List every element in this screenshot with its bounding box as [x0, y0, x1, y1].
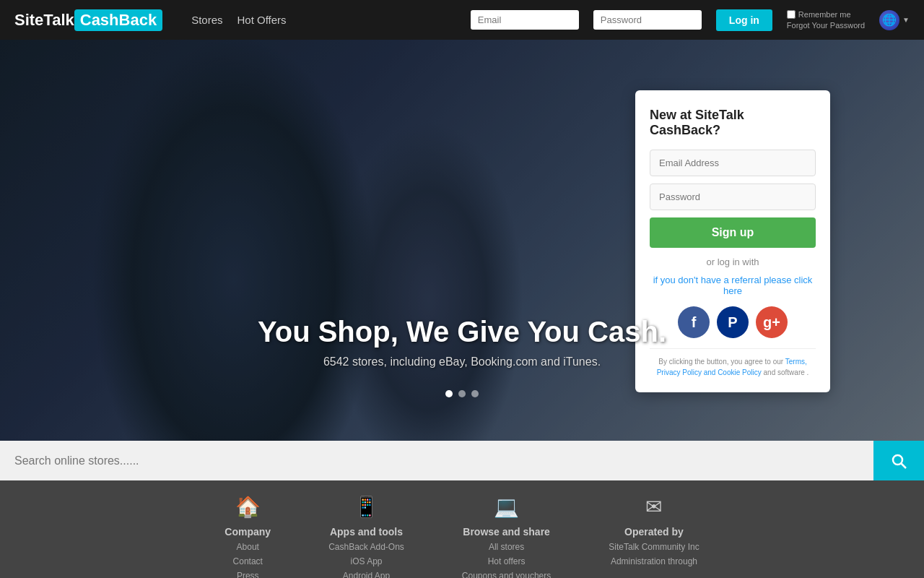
- mail-icon: ✉: [645, 495, 662, 519]
- tablet-icon: 💻: [494, 495, 519, 519]
- nav-links: Stores Hot Offers: [191, 14, 286, 26]
- logo-sitetalk: SiteTalk: [14, 11, 74, 30]
- footer-columns: 🏠 Company About Contact Press Blog 📱 App…: [225, 495, 699, 578]
- footer-col-browse: 💻 Browse and share All stores Hot offers…: [462, 495, 551, 578]
- forgot-password-link[interactable]: Forgot Your Password: [787, 21, 865, 30]
- signup-button[interactable]: Sign up: [650, 217, 816, 248]
- registration-title: New at SiteTalk CashBack?: [650, 108, 816, 138]
- hero-text: You Shop, We Give You Cash. 6542 stores,…: [0, 316, 924, 368]
- dot-1[interactable]: [445, 390, 453, 397]
- language-flag: 🌐: [879, 10, 899, 30]
- search-bar: [0, 441, 924, 480]
- footer-coupons-link[interactable]: Coupons and vouchers: [462, 571, 551, 578]
- language-selector[interactable]: 🌐 ▼: [879, 10, 910, 30]
- footer-apps-title: Apps and tools: [330, 526, 403, 538]
- password-input[interactable]: [593, 10, 702, 30]
- search-icon: [890, 452, 907, 470]
- hero-subtext: 6542 stores, including eBay, Booking.com…: [0, 355, 924, 368]
- footer-col-operated: ✉ Operated by SiteTalk Community Inc Adm…: [609, 495, 699, 578]
- footer-browse-title: Browse and share: [463, 526, 550, 538]
- login-button[interactable]: Log in: [716, 9, 772, 31]
- logo[interactable]: SiteTalk CashBack: [14, 9, 162, 31]
- footer-android-link[interactable]: Android App: [343, 571, 390, 578]
- footer-hotoffers-link[interactable]: Hot offers: [488, 556, 526, 566]
- chevron-down-icon: ▼: [902, 16, 910, 24]
- hero-dots: [0, 390, 924, 397]
- svg-line-1: [902, 463, 907, 468]
- footer-col-apps: 📱 Apps and tools CashBack Add-Ons iOS Ap…: [328, 495, 404, 578]
- footer-contact-link[interactable]: Contact: [233, 556, 263, 566]
- svg-point-0: [893, 455, 902, 465]
- footer-sitetalk-link[interactable]: SiteTalk Community Inc: [609, 542, 699, 552]
- footer-ios-link[interactable]: iOS App: [350, 556, 382, 566]
- hero-headline: You Shop, We Give You Cash.: [0, 316, 924, 348]
- footer-allstores-link[interactable]: All stores: [489, 542, 524, 552]
- nav-hot-offers[interactable]: Hot Offers: [237, 14, 287, 26]
- footer-col-company: 🏠 Company About Contact Press Blog: [225, 495, 271, 578]
- reg-password-input[interactable]: [650, 184, 816, 210]
- search-input[interactable]: [0, 441, 873, 480]
- reg-email-input[interactable]: [650, 150, 816, 176]
- remember-me-label: Remember me: [798, 10, 851, 19]
- footer-admin-link[interactable]: Administration through: [611, 556, 697, 566]
- referral-link[interactable]: if you don't have a referral please clic…: [650, 275, 816, 296]
- footer: 🏠 Company About Contact Press Blog 📱 App…: [0, 480, 924, 578]
- or-login-text: or log in with: [650, 256, 816, 267]
- hero-section: New at SiteTalk CashBack? Sign up or log…: [0, 40, 924, 441]
- dot-2[interactable]: [458, 390, 466, 397]
- phone-icon: 📱: [354, 495, 379, 519]
- search-button[interactable]: [873, 441, 924, 480]
- remember-me-checkbox[interactable]: [787, 10, 796, 19]
- house-icon: 🏠: [235, 495, 261, 519]
- logo-cashback: CashBack: [74, 9, 162, 31]
- email-input[interactable]: [471, 10, 579, 30]
- footer-operated-title: Operated by: [624, 526, 684, 538]
- remember-me-area: Remember me Forgot Your Password: [787, 10, 865, 30]
- footer-press-link[interactable]: Press: [237, 571, 259, 578]
- dot-3[interactable]: [471, 390, 479, 397]
- footer-addons-link[interactable]: CashBack Add-Ons: [328, 542, 404, 552]
- footer-company-title: Company: [225, 526, 271, 538]
- privacy-link[interactable]: Privacy Policy and Cookie Policy: [657, 368, 762, 376]
- navbar: SiteTalk CashBack Stores Hot Offers Log …: [0, 0, 924, 40]
- nav-stores[interactable]: Stores: [191, 14, 222, 26]
- footer-about-link[interactable]: About: [237, 542, 259, 552]
- remember-me-row: Remember me: [787, 10, 865, 19]
